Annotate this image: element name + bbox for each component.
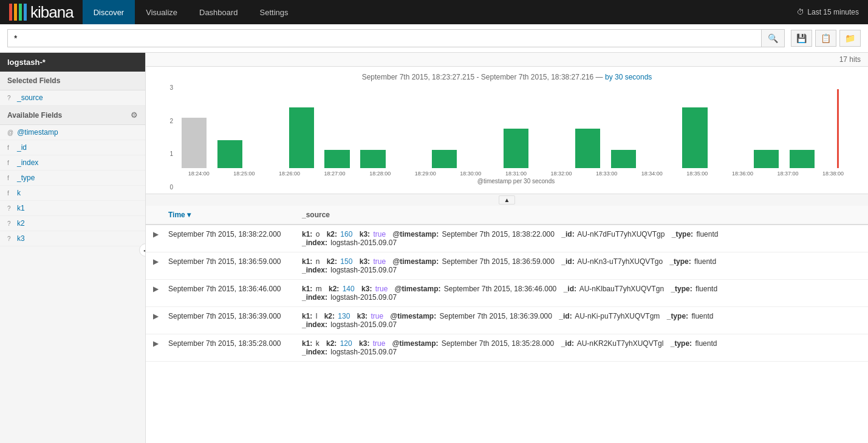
main-layout: logstash-* ◀ Selected Fields ? _source A… bbox=[0, 53, 868, 443]
field-id[interactable]: f _id bbox=[0, 140, 145, 155]
share-search-button[interactable]: 📁 bbox=[839, 30, 861, 47]
field-type[interactable]: f _type bbox=[0, 171, 145, 186]
bar-1 bbox=[182, 118, 207, 168]
bar-4 bbox=[289, 107, 314, 168]
row-expand-button[interactable]: ▶ bbox=[146, 280, 161, 307]
field-name-k2: k2 bbox=[17, 219, 25, 228]
source-key: @timestamp: bbox=[390, 312, 436, 320]
source-key: _type: bbox=[671, 339, 692, 348]
field-name-k: k bbox=[17, 189, 21, 197]
sidebar-index-title[interactable]: logstash-* bbox=[0, 53, 145, 72]
field-name-k3: k3 bbox=[17, 234, 25, 243]
source-key: k1: bbox=[302, 285, 312, 293]
row-time: September 7th 2015, 18:36:39.000 bbox=[161, 307, 295, 334]
row-expand-button[interactable]: ▶ bbox=[146, 307, 161, 334]
bar-group-5 bbox=[320, 150, 355, 168]
table-row: ▶September 7th 2015, 18:36:46.000k1: m k… bbox=[146, 280, 868, 307]
field-timestamp[interactable]: @ @timestamp bbox=[0, 125, 145, 140]
selected-field-source[interactable]: ? _source bbox=[0, 90, 145, 106]
available-fields-gear-button[interactable]: ⚙ bbox=[131, 110, 138, 120]
source-key: k3: bbox=[360, 257, 370, 266]
row-source: k1: o k2: 160 k3: true @timestamp: Septe… bbox=[295, 225, 868, 252]
source-key: _index: bbox=[302, 348, 327, 356]
table-row: ▶September 7th 2015, 18:36:39.000k1: l k… bbox=[146, 307, 868, 334]
bar-group-17 bbox=[748, 150, 784, 168]
source-val: AU-nKn3-uT7yhXUQVTgo bbox=[576, 257, 665, 266]
x-label-13: 18:36:00 bbox=[720, 171, 765, 177]
source-val: AU-nKi-puT7yhXUQVTgm bbox=[573, 312, 662, 320]
chart-collapse-button[interactable]: ▲ bbox=[499, 195, 516, 205]
source-val: September 7th 2015, 18:36:59.000 bbox=[440, 257, 556, 266]
row-expand-button[interactable]: ▶ bbox=[146, 225, 161, 252]
source-val: 150 bbox=[338, 257, 355, 266]
field-name-timestamp: @timestamp bbox=[17, 128, 58, 137]
source-key: k3: bbox=[360, 230, 370, 238]
source-val: m bbox=[313, 285, 324, 293]
chart-time-link[interactable]: by 30 seconds bbox=[605, 73, 652, 81]
y-axis: 3 2 1 0 bbox=[158, 84, 176, 191]
nav-settings[interactable]: Settings bbox=[249, 0, 299, 24]
x-label-10: 18:33:00 bbox=[584, 171, 629, 177]
x-label-12: 18:35:00 bbox=[675, 171, 720, 177]
source-key: k1: bbox=[302, 257, 312, 266]
field-k1[interactable]: ? k1 bbox=[0, 201, 145, 216]
row-source: k1: m k2: 140 k3: true @timestamp: Septe… bbox=[295, 280, 868, 307]
row-expand-button[interactable]: ▶ bbox=[146, 334, 161, 362]
bar-13 bbox=[611, 150, 636, 168]
nav-dashboard[interactable]: Dashboard bbox=[188, 0, 249, 24]
field-name-type: _type bbox=[17, 174, 35, 182]
nav-discover[interactable]: Discover bbox=[83, 0, 135, 24]
source-col-header: _source bbox=[295, 206, 868, 225]
field-k3[interactable]: ? k3 bbox=[0, 231, 145, 246]
nav-visualize[interactable]: Visualize bbox=[135, 0, 188, 24]
source-val: true bbox=[371, 257, 388, 266]
field-type-type: f bbox=[7, 175, 13, 181]
field-index[interactable]: f _index bbox=[0, 155, 145, 171]
table-header-row: Time ▾ _source bbox=[146, 206, 868, 225]
search-button[interactable]: 🔍 bbox=[762, 29, 785, 47]
field-type-source: ? bbox=[7, 95, 13, 101]
x-axis-title: @timestamp per 30 seconds bbox=[176, 178, 856, 184]
logo-bar-orange bbox=[14, 4, 17, 21]
field-k[interactable]: f k bbox=[0, 186, 145, 201]
field-type-k3: ? bbox=[7, 235, 13, 242]
chart-title: September 7th 2015, 18:23:27.215 - Septe… bbox=[158, 73, 856, 81]
source-key: _index: bbox=[302, 238, 327, 247]
source-key: k1: bbox=[302, 312, 312, 320]
field-name-index: _index bbox=[17, 158, 38, 167]
field-k2[interactable]: ? k2 bbox=[0, 216, 145, 231]
search-input[interactable] bbox=[7, 29, 762, 47]
source-val: logstash-2015.09.07 bbox=[329, 293, 397, 302]
logo: kibana bbox=[0, 3, 83, 22]
load-search-button[interactable]: 📋 bbox=[815, 30, 836, 47]
source-key: k3: bbox=[357, 312, 367, 320]
time-col-header[interactable]: Time ▾ bbox=[161, 206, 295, 225]
results-table: Time ▾ _source ▶September 7th 2015, 18:3… bbox=[146, 206, 868, 362]
bar-group-18 bbox=[784, 150, 820, 168]
row-expand-button[interactable]: ▶ bbox=[146, 252, 161, 280]
source-val: k bbox=[313, 339, 321, 348]
save-search-button[interactable]: 💾 bbox=[791, 30, 812, 47]
nav-time[interactable]: ⏱ Last 15 minutes bbox=[797, 8, 868, 16]
content-area: 17 hits September 7th 2015, 18:23:27.215… bbox=[146, 53, 868, 443]
source-key: @timestamp: bbox=[392, 339, 439, 348]
sidebar: logstash-* ◀ Selected Fields ? _source A… bbox=[0, 53, 146, 443]
source-val: September 7th 2015, 18:36:39.000 bbox=[437, 312, 554, 320]
source-val: AU-nKlbauT7yhXUQVTgn bbox=[578, 285, 666, 293]
bars-wrapper bbox=[176, 84, 856, 169]
sidebar-collapse-button[interactable]: ◀ bbox=[139, 243, 146, 257]
hit-count: 17 hits bbox=[146, 53, 868, 67]
source-key: _index: bbox=[302, 266, 327, 274]
expand-col-header bbox=[146, 206, 161, 225]
row-time: September 7th 2015, 18:38:22.000 bbox=[161, 225, 295, 252]
x-label-3: 18:26:00 bbox=[267, 171, 312, 177]
bar-group-4 bbox=[284, 107, 320, 168]
source-val: o bbox=[313, 230, 321, 238]
source-val: true bbox=[369, 312, 385, 320]
source-val: l bbox=[313, 312, 319, 320]
field-name-source: _source bbox=[17, 93, 43, 102]
x-label-11: 18:34:00 bbox=[629, 171, 675, 177]
bar-group-13 bbox=[606, 150, 641, 168]
source-key: _index: bbox=[302, 293, 327, 302]
source-val: true bbox=[373, 285, 389, 293]
